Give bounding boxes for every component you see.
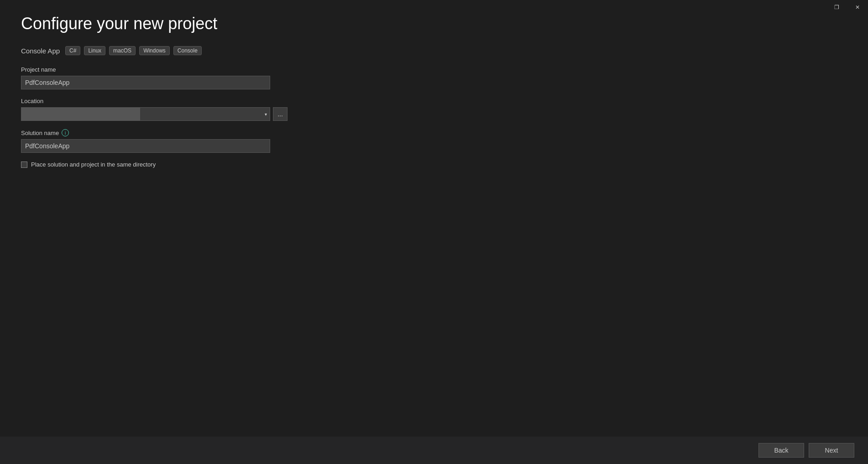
solution-name-label: Solution name i	[21, 129, 847, 136]
same-directory-checkbox[interactable]	[21, 162, 27, 168]
tag-console: Console	[173, 46, 202, 55]
next-button[interactable]: Next	[809, 443, 854, 458]
browse-button[interactable]: ...	[273, 107, 288, 121]
solution-name-section: Solution name i	[21, 129, 847, 153]
project-name-input[interactable]	[21, 76, 270, 89]
location-label: Location	[21, 98, 847, 104]
solution-name-input[interactable]	[21, 139, 270, 153]
bottom-bar: Back Next	[0, 437, 868, 464]
tag-csharp: C#	[65, 46, 80, 55]
tag-linux: Linux	[84, 46, 105, 55]
browse-label: ...	[277, 110, 283, 118]
project-name-section: Project name	[21, 66, 847, 89]
chevron-down-icon: ▾	[265, 112, 267, 117]
app-type-label: Console App	[21, 47, 60, 55]
same-directory-row: Place solution and project in the same d…	[21, 161, 847, 168]
location-row: ▾ ...	[21, 107, 847, 121]
same-directory-label[interactable]: Place solution and project in the same d…	[31, 161, 156, 168]
project-name-label: Project name	[21, 66, 847, 73]
main-content: Configure your new project Console App C…	[0, 0, 868, 464]
tag-macos: macOS	[109, 46, 136, 55]
location-section: Location ▾ ...	[21, 98, 847, 121]
subtitle-row: Console App C# Linux macOS Windows Conso…	[21, 46, 847, 55]
solution-name-info-icon[interactable]: i	[62, 129, 69, 136]
tag-windows: Windows	[139, 46, 170, 55]
page-title: Configure your new project	[21, 14, 847, 33]
back-button[interactable]: Back	[758, 443, 804, 458]
location-path-bar[interactable]: ▾	[21, 107, 270, 121]
location-path-fill	[21, 108, 140, 120]
